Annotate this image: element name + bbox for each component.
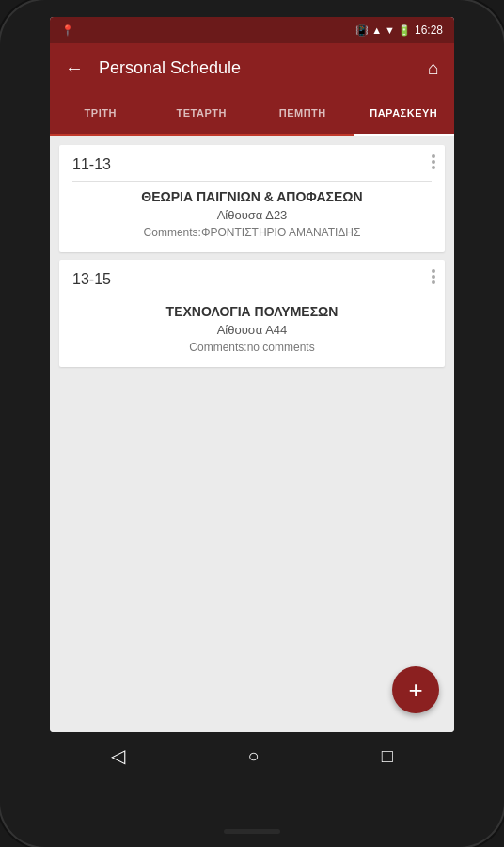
battery-icon: 🔋 xyxy=(398,24,411,37)
dot xyxy=(432,275,435,279)
status-bar: 📍 📳 ▲ ▼ 🔋 16:28 xyxy=(50,17,454,43)
speaker-bar xyxy=(224,829,280,834)
card-2-time: 13-15 xyxy=(72,271,432,288)
phone-screen: 📍 📳 ▲ ▼ 🔋 16:28 ← Personal Schedule ⌂ ΤΡ… xyxy=(50,17,454,732)
card-1-comments: Comments:ΦΡΟΝΤΙΣΤΗΡΙΟ ΑΜΑΝΑΤΙΔΗΣ xyxy=(72,226,432,239)
card-1-subject: ΘΕΩΡΙΑ ΠΑΙΓΝΙΩΝ & ΑΠΟΦΑΣΕΩΝ xyxy=(72,189,432,204)
status-left: 📍 xyxy=(61,24,74,37)
schedule-card-2: 13-15 ΤΕΧΝΟΛΟΓΙΑ ΠΟΛΥΜΕΣΩΝ Αίθουσα Α44 C… xyxy=(59,260,445,367)
tab-paraskevi[interactable]: ΠΑΡΑΣΚΕΥΗ xyxy=(354,92,455,134)
fab-add-button[interactable]: + xyxy=(392,666,439,713)
nav-back-button[interactable]: ◁ xyxy=(92,737,144,775)
dot xyxy=(432,154,435,158)
tab-tetarti[interactable]: ΤΕΤΑΡΤΗ xyxy=(151,92,253,134)
tabs-bar: ΤΡΙΤΗ ΤΕΤΑΡΤΗ ΠΕΜΠΤΗ ΠΑΡΑΣΚΕΥΗ xyxy=(50,92,454,136)
dot xyxy=(432,269,435,273)
phone-frame: 📍 📳 ▲ ▼ 🔋 16:28 ← Personal Schedule ⌂ ΤΡ… xyxy=(0,0,504,847)
tab-triti[interactable]: ΤΡΙΤΗ xyxy=(50,92,151,134)
nav-recent-button[interactable]: □ xyxy=(363,738,412,775)
dot xyxy=(432,160,435,164)
card-2-comments: Comments:no comments xyxy=(72,341,432,354)
card-2-divider xyxy=(72,296,432,296)
card-1-menu[interactable] xyxy=(432,154,435,169)
card-2-menu[interactable] xyxy=(432,269,435,284)
wifi-icon: ▼ xyxy=(385,24,395,36)
dot xyxy=(432,280,435,284)
dot xyxy=(432,166,435,169)
card-2-subject: ΤΕΧΝΟΛΟΓΙΑ ΠΟΛΥΜΕΣΩΝ xyxy=(72,304,432,319)
schedule-card-1: 11-13 ΘΕΩΡΙΑ ΠΑΙΓΝΙΩΝ & ΑΠΟΦΑΣΕΩΝ Αίθουσ… xyxy=(59,145,445,252)
home-button[interactable]: ⌂ xyxy=(428,57,439,79)
status-time: 16:28 xyxy=(415,24,443,37)
card-1-divider xyxy=(72,181,432,182)
tab-pempti[interactable]: ΠΕΜΠΤΗ xyxy=(252,92,354,134)
location-icon: 📍 xyxy=(61,24,74,37)
card-1-time: 11-13 xyxy=(72,156,432,173)
back-button[interactable]: ← xyxy=(65,57,84,79)
content-area: 11-13 ΘΕΩΡΙΑ ΠΑΙΓΝΙΩΝ & ΑΠΟΦΑΣΕΩΝ Αίθουσ… xyxy=(50,136,454,732)
card-2-room: Αίθουσα Α44 xyxy=(72,323,432,337)
signal-icon: ▲ xyxy=(371,24,382,36)
status-icons-group: 📳 ▲ ▼ 🔋 xyxy=(355,24,411,37)
status-right: 📳 ▲ ▼ 🔋 16:28 xyxy=(355,24,443,37)
toolbar: ← Personal Schedule ⌂ xyxy=(50,43,454,92)
card-1-room: Αίθουσα Δ23 xyxy=(72,208,432,222)
nav-home-button[interactable]: ○ xyxy=(228,738,277,775)
bottom-nav: ◁ ○ □ xyxy=(50,732,454,779)
vibrate-icon: 📳 xyxy=(355,24,369,37)
toolbar-title: Personal Schedule xyxy=(99,58,428,78)
